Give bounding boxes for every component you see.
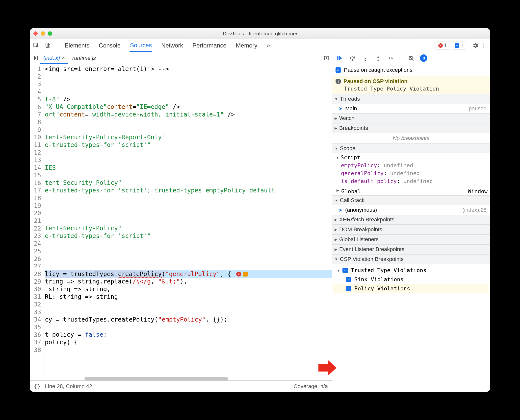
svg-rect-1 <box>46 43 49 47</box>
error-icon: ✕ <box>438 43 443 48</box>
current-thread-icon: ➤ <box>338 106 343 112</box>
event-listener-breakpoints-header[interactable]: ▶Event Listener Breakpoints <box>332 244 490 254</box>
svg-point-17 <box>389 57 390 59</box>
run-snippet-icon[interactable] <box>323 54 330 62</box>
banner-title: Paused on CSP violation <box>343 78 408 85</box>
main-area: (index) × runtime.js 1234567891011121314… <box>30 52 490 392</box>
csp-trusted-type[interactable]: ▼ ✓ Trusted Type Violations <box>333 266 489 275</box>
svg-point-12 <box>364 59 366 61</box>
error-count-badge[interactable]: ✕ 1 <box>436 42 450 49</box>
horizontal-scrollbar[interactable] <box>30 377 332 380</box>
svg-rect-8 <box>337 56 338 60</box>
resume-icon[interactable] <box>336 54 343 62</box>
paused-banner: i Paused on CSP violation Trusted Type P… <box>332 76 490 94</box>
close-tab-icon[interactable]: × <box>62 55 65 61</box>
window-title: DevTools - tt-enforced.glitch.me/ <box>30 31 490 37</box>
dom-breakpoints-header[interactable]: ▶DOM Breakpoints <box>332 225 490 234</box>
main-toolbar: Elements Console Sources Network Perform… <box>30 39 490 52</box>
sources-pane: (index) × runtime.js 1234567891011121314… <box>30 52 332 392</box>
tabs-overflow-icon[interactable]: » <box>266 40 270 51</box>
message-count: 1 <box>461 42 464 49</box>
info-icon: i <box>336 79 341 84</box>
file-tab-label: runtime.js <box>72 55 96 61</box>
line-gutter: 1234567891011121314151617181920212223242… <box>30 64 44 377</box>
banner-subtitle: Trusted Type Policy Violation <box>344 86 487 92</box>
scope-script[interactable]: ▼Script <box>332 153 490 161</box>
svg-rect-14 <box>378 57 378 59</box>
csp-policy-violations[interactable]: ✓ Policy Violations <box>333 284 489 293</box>
svg-marker-9 <box>339 56 342 60</box>
svg-marker-7 <box>326 57 327 59</box>
sink-violations-checkbox[interactable]: ✓ <box>346 277 351 282</box>
cursor-position: Line 28, Column 42 <box>45 383 92 390</box>
svg-rect-20 <box>424 57 425 59</box>
no-breakpoints-msg: No breakpoints <box>332 133 490 143</box>
pause-caught-label: Pause on caught exceptions <box>344 67 412 73</box>
svg-marker-11 <box>364 58 366 59</box>
csp-sink-violations[interactable]: ✓ Sink Violations <box>333 275 489 284</box>
thread-main[interactable]: ➤ Main paused <box>332 104 490 113</box>
step-out-icon[interactable] <box>374 54 382 62</box>
deactivate-breakpoints-icon[interactable] <box>407 54 415 62</box>
panel-tabs: Elements Console Sources Network Perform… <box>64 39 271 52</box>
pause-caught-checkbox[interactable]: ✓ <box>336 67 341 73</box>
format-icon[interactable]: {} <box>34 383 41 389</box>
message-icon: ≡ <box>455 43 459 48</box>
tab-console[interactable]: Console <box>98 40 121 51</box>
svg-point-15 <box>377 59 379 61</box>
callstack-frame[interactable]: ➤ (anonymous) (index):28 <box>332 205 490 215</box>
csp-breakpoints-header[interactable]: ▼CSP Violation Breakpoints <box>332 254 490 264</box>
callstack-header[interactable]: ▼Call Stack <box>332 195 490 205</box>
file-tab-runtime[interactable]: runtime.js <box>69 53 99 63</box>
watch-header[interactable]: ▶Watch <box>332 113 490 123</box>
scope-var[interactable]: generalPolicy: undefined <box>341 169 490 177</box>
breakpoints-header[interactable]: ▶Breakpoints <box>332 123 490 133</box>
svg-point-10 <box>352 59 353 60</box>
inspect-element-icon[interactable] <box>32 41 40 50</box>
global-listeners-header[interactable]: ▶Global Listeners <box>332 234 490 244</box>
pause-on-exceptions-icon[interactable] <box>420 54 427 62</box>
scope-vars: emptyPolicy: undefinedgeneralPolicy: und… <box>332 161 490 187</box>
scope-header[interactable]: ▼Scope <box>332 143 490 153</box>
debug-controls <box>332 52 490 64</box>
tab-sources[interactable]: Sources <box>130 39 152 52</box>
file-tab-label: (index) <box>43 55 60 61</box>
debugger-pane: ✓ Pause on caught exceptions i Paused on… <box>332 52 490 392</box>
svg-rect-19 <box>423 57 423 59</box>
devtools-window: DevTools - tt-enforced.glitch.me/ Elemen… <box>30 28 490 392</box>
policy-violations-checkbox[interactable]: ✓ <box>346 286 351 291</box>
tab-elements[interactable]: Elements <box>64 40 90 51</box>
svg-marker-5 <box>35 58 36 59</box>
navigator-toggle-icon[interactable] <box>31 54 39 62</box>
device-toggle-icon[interactable] <box>44 41 52 50</box>
code-area[interactable]: <img src=1 onerror='alert(1)'> --> f-8" … <box>44 64 332 377</box>
svg-marker-16 <box>391 57 393 59</box>
message-count-badge[interactable]: ≡ 1 <box>452 42 466 49</box>
svg-rect-0 <box>34 43 37 47</box>
file-tab-bar: (index) × runtime.js <box>30 52 332 64</box>
titlebar: DevTools - tt-enforced.glitch.me/ <box>30 28 490 39</box>
coverage-status: Coverage: n/a <box>294 383 328 390</box>
annotation-arrow-icon <box>317 359 337 376</box>
status-bar: {} Line 28, Column 42 Coverage: n/a <box>30 380 332 392</box>
scope-var[interactable]: emptyPolicy: undefined <box>341 162 490 169</box>
current-frame-icon: ➤ <box>338 207 343 213</box>
tab-network[interactable]: Network <box>161 40 183 51</box>
step-over-icon[interactable] <box>348 54 356 62</box>
step-into-icon[interactable] <box>361 54 369 62</box>
xhr-breakpoints-header[interactable]: ▶XHR/fetch Breakpoints <box>332 215 490 225</box>
scope-global[interactable]: ▶ Global Window <box>332 187 490 195</box>
scope-var[interactable]: is_default_policy: undefined <box>341 177 490 185</box>
pause-caught-row: ✓ Pause on caught exceptions <box>332 64 490 76</box>
error-count: 1 <box>444 42 447 49</box>
tab-performance[interactable]: Performance <box>192 40 227 51</box>
trusted-type-checkbox[interactable]: ✓ <box>342 268 348 273</box>
tab-memory[interactable]: Memory <box>235 40 258 51</box>
code-editor[interactable]: 1234567891011121314151617181920212223242… <box>30 64 332 377</box>
more-menu-icon[interactable]: ⋮ <box>480 41 488 50</box>
step-icon[interactable] <box>387 54 395 62</box>
threads-header[interactable]: ▼Threads <box>332 94 490 104</box>
file-tab-index[interactable]: (index) × <box>40 53 68 64</box>
settings-icon[interactable] <box>471 41 480 50</box>
csp-body: ▼ ✓ Trusted Type Violations ✓ Sink Viola… <box>332 264 490 295</box>
